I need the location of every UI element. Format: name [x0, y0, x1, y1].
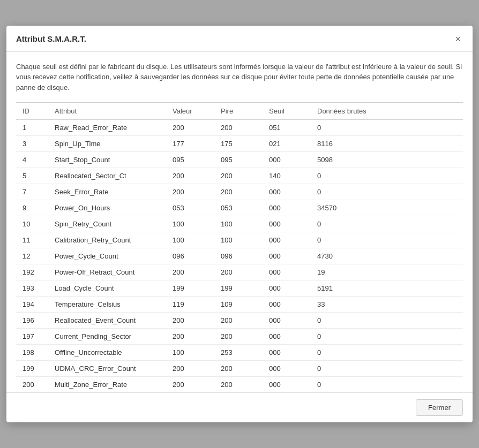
cell-valeur: 100	[166, 345, 214, 361]
cell-pire: 200	[214, 184, 263, 200]
col-header-valeur: Valeur	[166, 103, 214, 120]
table-row: 194Temperature_Celsius11910900033	[16, 297, 463, 313]
cell-donnees: 33	[311, 297, 463, 313]
table-row: 199UDMA_CRC_Error_Count2002000000	[16, 361, 463, 377]
col-header-id: ID	[16, 103, 48, 120]
cell-attribut: UDMA_CRC_Error_Count	[48, 361, 166, 377]
cell-id: 11	[16, 232, 48, 248]
cell-donnees: 0	[311, 329, 463, 345]
table-header-row: ID Attribut Valeur Pire Seuil Données br…	[16, 103, 463, 120]
cell-valeur: 100	[166, 216, 214, 232]
cell-seuil: 140	[263, 168, 311, 184]
cell-attribut: Seek_Error_Rate	[48, 184, 166, 200]
cell-valeur: 200	[166, 361, 214, 377]
cell-id: 196	[16, 313, 48, 329]
cell-seuil: 000	[263, 216, 311, 232]
cell-pire: 200	[214, 377, 263, 393]
cell-donnees: 5098	[311, 152, 463, 168]
cell-valeur: 200	[166, 184, 214, 200]
cell-attribut: Temperature_Celsius	[48, 297, 166, 313]
table-row: 192Power-Off_Retract_Count20020000019	[16, 264, 463, 280]
cell-donnees: 4730	[311, 248, 463, 264]
dialog-title: Attribut S.M.A.R.T.	[16, 34, 86, 43]
cell-donnees: 0	[311, 377, 463, 393]
cell-seuil: 000	[263, 200, 311, 216]
table-row: 193Load_Cycle_Count1991990005191	[16, 280, 463, 297]
cell-donnees: 0	[311, 313, 463, 329]
table-row: 196Reallocated_Event_Count2002000000	[16, 313, 463, 329]
cell-seuil: 000	[263, 232, 311, 248]
cell-pire: 200	[214, 329, 263, 345]
cell-donnees: 0	[311, 184, 463, 200]
table-row: 197Current_Pending_Sector2002000000	[16, 329, 463, 345]
cell-attribut: Calibration_Retry_Count	[48, 232, 166, 248]
cell-pire: 095	[214, 152, 263, 168]
cell-pire: 109	[214, 297, 263, 313]
cell-seuil: 000	[263, 248, 311, 264]
cell-id: 200	[16, 377, 48, 393]
cell-valeur: 177	[166, 136, 214, 152]
cell-valeur: 053	[166, 200, 214, 216]
cell-id: 198	[16, 345, 48, 361]
cell-attribut: Offline_Uncorrectable	[48, 345, 166, 361]
smart-table-wrapper: ID Attribut Valeur Pire Seuil Données br…	[16, 102, 463, 392]
smart-dialog: Attribut S.M.A.R.T. × Chaque seuil est d…	[6, 26, 473, 423]
cell-seuil: 021	[263, 136, 311, 152]
dialog-footer: Fermer	[6, 392, 473, 422]
cell-donnees: 8116	[311, 136, 463, 152]
table-row: 200Multi_Zone_Error_Rate2002000000	[16, 377, 463, 393]
close-icon-button[interactable]: ×	[453, 33, 463, 45]
cell-attribut: Multi_Zone_Error_Rate	[48, 377, 166, 393]
cell-attribut: Load_Cycle_Count	[48, 280, 166, 297]
cell-donnees: 0	[311, 345, 463, 361]
cell-attribut: Power_Cycle_Count	[48, 248, 166, 264]
cell-attribut: Reallocated_Event_Count	[48, 313, 166, 329]
table-row: 1Raw_Read_Error_Rate2002000510	[16, 120, 463, 136]
cell-donnees: 0	[311, 361, 463, 377]
cell-attribut: Start_Stop_Count	[48, 152, 166, 168]
cell-pire: 100	[214, 216, 263, 232]
table-row: 198Offline_Uncorrectable1002530000	[16, 345, 463, 361]
cell-valeur: 100	[166, 232, 214, 248]
cell-pire: 200	[214, 120, 263, 136]
cell-seuil: 000	[263, 152, 311, 168]
cell-valeur: 119	[166, 297, 214, 313]
cell-pire: 096	[214, 248, 263, 264]
table-row: 4Start_Stop_Count0950950005098	[16, 152, 463, 168]
cell-seuil: 000	[263, 264, 311, 280]
cell-valeur: 200	[166, 120, 214, 136]
table-row: 12Power_Cycle_Count0960960004730	[16, 248, 463, 264]
table-body: 1Raw_Read_Error_Rate20020005103Spin_Up_T…	[16, 120, 463, 393]
cell-donnees: 5191	[311, 280, 463, 297]
modal-overlay: Attribut S.M.A.R.T. × Chaque seuil est d…	[0, 0, 479, 448]
table-row: 5Reallocated_Sector_Ct2002001400	[16, 168, 463, 184]
cell-id: 194	[16, 297, 48, 313]
table-row: 9Power_On_Hours05305300034570	[16, 200, 463, 216]
cell-id: 7	[16, 184, 48, 200]
cell-valeur: 200	[166, 329, 214, 345]
cell-pire: 200	[214, 361, 263, 377]
cell-valeur: 200	[166, 313, 214, 329]
dialog-description: Chaque seuil est défini par le fabricant…	[16, 62, 463, 93]
fermer-button[interactable]: Fermer	[416, 399, 463, 416]
cell-valeur: 199	[166, 280, 214, 297]
cell-pire: 253	[214, 345, 263, 361]
cell-id: 192	[16, 264, 48, 280]
cell-id: 199	[16, 361, 48, 377]
cell-attribut: Power-Off_Retract_Count	[48, 264, 166, 280]
cell-id: 3	[16, 136, 48, 152]
cell-seuil: 000	[263, 345, 311, 361]
cell-donnees: 0	[311, 216, 463, 232]
dialog-header: Attribut S.M.A.R.T. ×	[6, 26, 473, 52]
col-header-seuil: Seuil	[263, 103, 311, 120]
col-header-donnees: Données brutes	[311, 103, 463, 120]
cell-pire: 200	[214, 313, 263, 329]
cell-attribut: Spin_Up_Time	[48, 136, 166, 152]
table-row: 10Spin_Retry_Count1001000000	[16, 216, 463, 232]
table-row: 11Calibration_Retry_Count1001000000	[16, 232, 463, 248]
cell-donnees: 0	[311, 232, 463, 248]
table-row: 7Seek_Error_Rate2002000000	[16, 184, 463, 200]
cell-seuil: 000	[263, 377, 311, 393]
cell-attribut: Current_Pending_Sector	[48, 329, 166, 345]
cell-valeur: 200	[166, 377, 214, 393]
